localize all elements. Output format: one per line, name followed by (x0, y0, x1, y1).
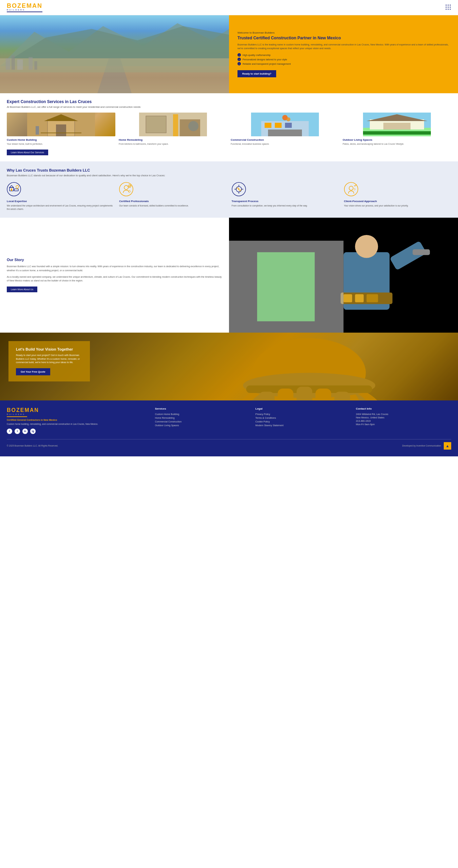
service-name-commercial: Commercial Construction (231, 138, 339, 141)
svg-rect-35 (275, 123, 282, 128)
svg-rect-73 (355, 294, 363, 302)
svg-point-0 (446, 5, 447, 6)
cta-quote-button[interactable]: Get Your Free Quote (16, 368, 50, 375)
footer-link-terms[interactable]: Terms & Conditions (255, 417, 351, 419)
svg-point-51 (16, 185, 19, 188)
footer-link-custom-home[interactable]: Custom Home Building (155, 413, 250, 415)
grid-menu-icon[interactable] (445, 4, 451, 11)
svg-rect-16 (17, 60, 23, 70)
svg-point-31 (188, 121, 198, 131)
why-card-desc-transparent: From consultation to completion, we keep… (232, 204, 339, 208)
footer-phone: 213-480-1919 (356, 420, 451, 422)
svg-point-3 (446, 7, 447, 8)
svg-rect-44 (363, 131, 431, 135)
cta-title: Let's Build Your Vision Together (16, 347, 82, 351)
worker-illustration (229, 218, 458, 333)
footer-about: Custom home building, remodeling, and co… (7, 422, 150, 426)
svg-rect-34 (265, 123, 271, 128)
svg-point-53 (119, 182, 133, 196)
svg-rect-18 (34, 61, 37, 70)
why-card-client: Client-Focused Approach Your vision driv… (344, 182, 451, 211)
footer-link-outdoor[interactable]: Outdoor Living Spaces (155, 424, 250, 427)
svg-rect-78 (257, 252, 315, 321)
footer-developer: Developed by Inventive Communication (402, 445, 441, 447)
footer-contact-title: Contact Info (356, 407, 451, 410)
remodeling-image (119, 113, 227, 136)
scroll-top-button[interactable]: ▲ (444, 442, 451, 450)
story-learn-more-button[interactable]: Learn More About Us (7, 287, 37, 292)
footer-logo-sub: BUILDERS (7, 413, 150, 415)
local-expertise-icon (7, 182, 114, 197)
svg-rect-22 (56, 124, 66, 136)
svg-rect-17 (28, 57, 33, 70)
hero-features-list: ✓ High-quality craftsmanship ✓ Personali… (237, 53, 450, 66)
svg-point-8 (450, 9, 451, 10)
footer-hours: Mon-Fri 9am-6pm (356, 423, 451, 426)
story-para2: As a locally owned and operated company,… (7, 275, 222, 282)
hero-cta-button[interactable]: Ready to start building? (237, 70, 276, 77)
footer-grid: BOZEMAN BUILDERS Certified General Contr… (7, 407, 451, 434)
why-card-certified: Certified Professionals Our team consist… (119, 182, 226, 211)
logo[interactable]: BOZEMAN BUILDERS (7, 3, 42, 12)
feature-2: ✓ Personalized designs tailored to your … (237, 58, 450, 61)
svg-point-46 (7, 182, 21, 196)
services-desc: At Bozeman Builders LLC, we offer a full… (7, 105, 451, 108)
service-name-outdoor: Outdoor Living Spaces (343, 138, 451, 141)
social-instagram[interactable]: ig (30, 429, 36, 434)
hero-section: Welcome to Bozeman Builders Trusted Cert… (0, 15, 458, 93)
service-img-outdoor (343, 113, 451, 136)
hero-welcome: Welcome to Bozeman Builders (237, 31, 450, 34)
why-card-local: Local Expertise We understand the unique… (7, 182, 114, 211)
cta-box: Let's Build Your Vision Together Ready t… (8, 341, 90, 381)
hero-title: Trusted Certified Construction Partner i… (237, 36, 450, 41)
service-desc-commercial: Functional, innovative business spaces (231, 142, 339, 145)
footer-link-commercial[interactable]: Commercial Construction (155, 420, 250, 423)
check-icon-1: ✓ (237, 53, 241, 57)
client-focused-icon (344, 182, 451, 197)
service-card-outdoor: Outdoor Living Spaces Patios, decks, and… (343, 113, 451, 145)
social-facebook[interactable]: f (7, 429, 12, 434)
svg-rect-25 (36, 126, 39, 135)
header: BOZEMAN BUILDERS (0, 0, 458, 15)
service-img-home (7, 113, 115, 136)
footer-city: New Mexico, United States (356, 416, 451, 419)
svg-point-65 (344, 182, 358, 196)
svg-rect-48 (11, 189, 12, 191)
footer-link-privacy[interactable]: Privacy Policy (255, 413, 351, 415)
hero-description: Bozeman Builders LLC is the leading name… (237, 43, 450, 50)
svg-point-60 (238, 189, 240, 190)
check-icon-3: ✓ (237, 62, 241, 65)
svg-rect-36 (285, 123, 292, 128)
footer-logo-line (7, 416, 27, 417)
service-name-remodel: Home Remodeling (119, 138, 227, 141)
services-section: Expert Construction Services in Las Cruc… (0, 93, 458, 161)
svg-rect-76 (413, 249, 430, 255)
footer-link-slavery[interactable]: Modern Slavery Statement (255, 424, 351, 427)
logo-name: BOZEMAN (7, 3, 42, 9)
story-image (229, 218, 458, 333)
footer-address: 2404 Wildwind Rd, Las Cruces (356, 413, 451, 415)
footer: BOZEMAN BUILDERS Certified General Contr… (0, 400, 458, 456)
svg-point-6 (446, 9, 447, 10)
services-grid: Custom Home Building Your dream home, bu… (7, 113, 451, 145)
service-img-commercial (231, 113, 339, 136)
services-learn-more-button[interactable]: Learn More About Our Services (7, 150, 48, 155)
story-section: Our Story Bozeman Builders LLC was found… (0, 218, 458, 333)
why-card-title-local: Local Expertise (7, 200, 114, 203)
why-card-desc-local: We understand the unique architecture an… (7, 204, 114, 211)
svg-rect-39 (268, 130, 302, 136)
why-card-desc-certified: Our team consists of licensed, skilled b… (119, 204, 226, 208)
social-twitter[interactable]: t (15, 429, 20, 434)
hero-image (0, 15, 229, 93)
svg-line-57 (130, 190, 131, 192)
svg-point-5 (450, 7, 451, 8)
footer-services-title: Services (155, 407, 250, 410)
svg-point-2 (450, 5, 451, 6)
footer-link-cookie[interactable]: Cookie Policy (255, 420, 351, 423)
footer-copyright: © 2025 Bozeman Builders LLC. All Rights … (7, 445, 58, 447)
why-desc: Bozeman Builders LLC stands out because … (7, 174, 451, 177)
why-title: Why Las Cruces Trusts Bozeman Builders L… (7, 168, 451, 172)
why-card-title-certified: Certified Professionals (119, 200, 226, 203)
social-linkedin[interactable]: in (22, 429, 28, 434)
footer-link-remodeling[interactable]: Home Remodeling (155, 417, 250, 419)
